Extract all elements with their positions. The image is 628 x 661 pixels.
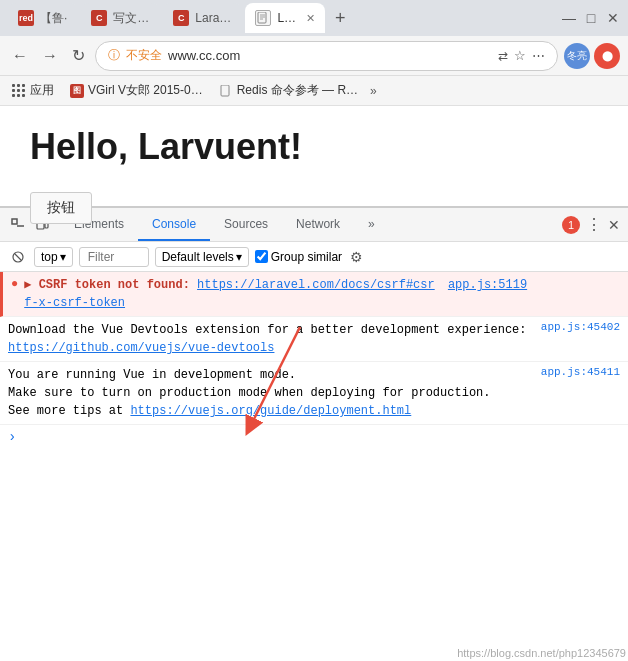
security-icon: ⓘ (108, 47, 120, 64)
navigation-toolbar: ← → ↻ ⓘ 不安全 www.cc.com ⇄ ☆ ⋯ 冬亮 ⬤ (0, 36, 628, 76)
close-tab-icon[interactable]: ✕ (306, 12, 315, 25)
csrf-error-token[interactable]: f-x-csrf-token (24, 296, 125, 310)
group-similar-label: Group similar (271, 250, 342, 264)
vue-dev-mode-file[interactable]: app.js:45411 (541, 366, 620, 378)
close-button[interactable]: ✕ (606, 11, 620, 25)
tab-3[interactable]: C Lara… (163, 3, 241, 33)
window-controls: — □ ✕ (562, 11, 620, 25)
favicon-3: C (173, 10, 189, 26)
back-button[interactable]: ← (8, 45, 32, 67)
translate-icon[interactable]: ⇄ (498, 49, 508, 63)
vue-devtools-link[interactable]: https://github.com/vuejs/vue-devtools (8, 341, 274, 355)
share-icon[interactable]: ⋯ (532, 48, 545, 63)
bookmark-apps[interactable]: 应用 (8, 80, 58, 101)
console-prompt: › (0, 425, 628, 449)
context-selector[interactable]: top ▾ (34, 247, 73, 267)
console-toolbar: top ▾ Default levels ▾ Group similar ⚙ (0, 242, 628, 272)
devtools-panel: Elements Console Sources Network » 1 ⋮ (0, 206, 628, 491)
favicon-4 (255, 10, 271, 26)
reload-button[interactable]: ↻ (68, 44, 89, 67)
context-dropdown-arrow: ▾ (60, 250, 66, 264)
console-content: ● ▶ CSRF token not found: https://larave… (0, 272, 628, 491)
filter-input[interactable] (79, 247, 149, 267)
svg-rect-5 (12, 219, 17, 224)
tab-1[interactable]: red 【鲁· (8, 3, 77, 33)
csrf-error-file1[interactable]: app.js:5119 (448, 278, 527, 292)
title-bar: red 【鲁· C 写文… C Lara… L… ✕ + — □ ✕ (0, 0, 628, 36)
group-similar-checkbox[interactable] (255, 250, 268, 263)
new-tab-button[interactable]: + (329, 8, 352, 29)
vgirl-label: VGirl V女郎 2015-0… (88, 82, 203, 99)
url-text: www.cc.com (168, 48, 240, 63)
csrf-error-link[interactable]: https://laravel.com/docs/csrf#csr (197, 278, 435, 292)
address-bar[interactable]: ⓘ 不安全 www.cc.com ⇄ ☆ ⋯ (95, 41, 558, 71)
inspect-element-icon[interactable] (8, 215, 28, 235)
user-avatar-1[interactable]: 冬亮 (564, 43, 590, 69)
bookmark-redis[interactable]: Redis 命令参考 — R… (215, 80, 362, 101)
tab-1-label: 【鲁· (40, 10, 67, 27)
devtools-close-button[interactable]: ✕ (608, 217, 620, 233)
favicon-2: C (91, 10, 107, 26)
csrf-error-prefix: ▶ CSRF token not found: (24, 278, 197, 292)
levels-dropdown-arrow: ▾ (236, 250, 242, 264)
user-avatar-2[interactable]: ⬤ (594, 43, 620, 69)
bookmark-vgirl[interactable]: 图 VGirl V女郎 2015-0… (66, 80, 207, 101)
console-entry-csrf-error: ● ▶ CSRF token not found: https://larave… (0, 272, 628, 317)
forward-button[interactable]: → (38, 45, 62, 67)
maximize-button[interactable]: □ (584, 11, 598, 25)
star-icon[interactable]: ☆ (514, 48, 526, 63)
apps-icon (12, 84, 26, 98)
default-levels-selector[interactable]: Default levels ▾ (155, 247, 249, 267)
page-content: Hello, Larvuent! 按钮 (0, 106, 628, 206)
favicon-1: red (18, 10, 34, 26)
vue-deployment-link[interactable]: https://vuejs.org/guide/deployment.html (130, 404, 411, 418)
apps-label: 应用 (30, 82, 54, 99)
page-button[interactable]: 按钮 (30, 192, 92, 224)
page-title: Hello, Larvuent! (30, 126, 598, 168)
group-similar-checkbox-group: Group similar (255, 250, 342, 264)
vue-devtools-file[interactable]: app.js:45402 (541, 321, 620, 333)
svg-rect-0 (258, 12, 266, 23)
tab-2-label: 写文… (113, 10, 149, 27)
watermark: https://blog.csdn.net/php12345679 (457, 647, 626, 659)
svg-rect-4 (221, 85, 229, 96)
bookmarks-bar: 应用 图 VGirl V女郎 2015-0… Redis 命令参考 — R… » (0, 76, 628, 106)
error-icon: ● (11, 277, 18, 291)
svg-line-10 (15, 254, 21, 260)
redis-label: Redis 命令参考 — R… (237, 82, 358, 99)
tab-3-label: Lara… (195, 11, 231, 25)
csrf-error-text: ▶ CSRF token not found: https://laravel.… (24, 276, 620, 312)
console-settings-button[interactable]: ⚙ (348, 247, 365, 267)
browser-window: red 【鲁· C 写文… C Lara… L… ✕ + — □ ✕ ← → ↻ (0, 0, 628, 661)
console-entry-vue-devtools: Download the Vue Devtools extension for … (0, 317, 628, 362)
minimize-button[interactable]: — (562, 11, 576, 25)
console-entry-vue-dev-mode: You are running Vue in development mode.… (0, 362, 628, 425)
clear-console-icon[interactable] (8, 247, 28, 267)
vue-dev-mode-text: You are running Vue in development mode.… (8, 366, 541, 420)
tab-4-label: L… (277, 11, 296, 25)
vgirl-favicon: 图 (70, 84, 84, 98)
tab-4[interactable]: L… ✕ (245, 3, 325, 33)
bookmarks-more-button[interactable]: » (370, 84, 377, 98)
prompt-icon: › (8, 429, 16, 445)
toolbar-right: 冬亮 ⬤ (564, 43, 620, 69)
redis-favicon (219, 84, 233, 98)
vue-devtools-text: Download the Vue Devtools extension for … (8, 321, 541, 357)
security-label: 不安全 (126, 47, 162, 64)
tab-2[interactable]: C 写文… (81, 3, 159, 33)
